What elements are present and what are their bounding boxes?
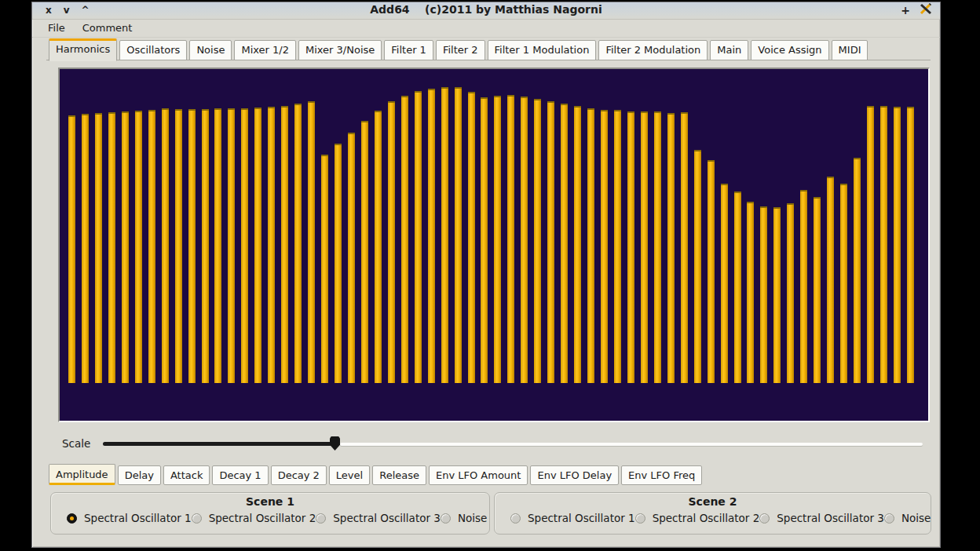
tab-delay[interactable]: Delay <box>118 465 161 485</box>
harmonic-bar-56[interactable] <box>800 190 807 383</box>
tab-level[interactable]: Level <box>329 465 370 485</box>
harmonic-bar-7[interactable] <box>148 110 155 383</box>
tab-attack[interactable]: Attack <box>163 465 210 485</box>
tab-decay-1[interactable]: Decay 1 <box>212 465 268 485</box>
radio-option-scene-2-spectral-oscillator-1[interactable]: Spectral Oscillator 1 <box>510 512 635 524</box>
scale-slider-filled-track[interactable] <box>103 442 334 446</box>
harmonics-chart[interactable] <box>58 68 930 422</box>
harmonic-bar-32[interactable] <box>481 97 488 383</box>
harmonic-bar-49[interactable] <box>708 160 715 383</box>
tab-env-lfo-delay[interactable]: Env LFO Delay <box>530 465 619 485</box>
harmonic-bar-24[interactable] <box>375 111 382 383</box>
radio-option-scene-1-spectral-oscillator-2[interactable]: Spectral Oscillator 2 <box>192 512 316 524</box>
harmonic-bar-58[interactable] <box>827 177 834 383</box>
scale-slider-empty-track[interactable] <box>340 443 923 446</box>
menu-comment[interactable]: Comment <box>82 20 139 36</box>
radio-option-scene-2-spectral-oscillator-3[interactable]: Spectral Oscillator 3 <box>759 512 884 524</box>
harmonic-bar-39[interactable] <box>574 106 581 383</box>
harmonic-bar-25[interactable] <box>388 101 395 383</box>
radio-option-scene-1-spectral-oscillator-3[interactable]: Spectral Oscillator 3 <box>316 512 441 524</box>
harmonic-bar-51[interactable] <box>734 192 741 383</box>
tab-amplitude[interactable]: Amplitude <box>49 464 115 485</box>
harmonic-bar-33[interactable] <box>494 96 501 383</box>
app-icon[interactable] <box>920 3 932 18</box>
tab-harmonics[interactable]: Harmonics <box>49 38 117 61</box>
harmonic-bar-30[interactable] <box>455 87 462 383</box>
harmonic-bar-47[interactable] <box>681 112 688 383</box>
harmonic-bar-59[interactable] <box>840 184 847 383</box>
harmonic-bar-40[interactable] <box>587 108 594 383</box>
maximize-icon[interactable]: + <box>901 4 910 16</box>
title-bar[interactable]: x v ^ Add64 (c)2011 by Matthias Nagorni … <box>32 2 940 20</box>
harmonic-bar-37[interactable] <box>547 101 554 383</box>
harmonic-bar-43[interactable] <box>627 111 634 383</box>
harmonic-bar-38[interactable] <box>561 104 568 383</box>
harmonic-bar-35[interactable] <box>521 97 528 383</box>
harmonic-bar-16[interactable] <box>268 107 275 383</box>
tab-env-lfo-freq[interactable]: Env LFO Freq <box>621 465 702 485</box>
radio-unselected-icon[interactable] <box>441 513 451 524</box>
tab-filter-2-modulation[interactable]: Filter 2 Modulation <box>598 40 708 60</box>
tab-filter-1[interactable]: Filter 1 <box>384 40 433 60</box>
harmonic-bar-42[interactable] <box>614 110 621 383</box>
scale-slider-handle[interactable] <box>330 436 340 451</box>
harmonic-bar-20[interactable] <box>321 155 328 383</box>
harmonic-bar-27[interactable] <box>415 91 422 383</box>
tab-oscillators[interactable]: Oscillators <box>119 40 187 60</box>
harmonic-bar-44[interactable] <box>641 111 648 383</box>
harmonic-bar-14[interactable] <box>241 108 248 383</box>
radio-unselected-icon[interactable] <box>510 513 521 524</box>
tab-midi[interactable]: MIDI <box>832 40 868 60</box>
radio-unselected-icon[interactable] <box>192 513 202 524</box>
tab-mixer-3-noise[interactable]: Mixer 3/Noise <box>298 40 382 60</box>
harmonic-bar-50[interactable] <box>721 184 728 383</box>
radio-unselected-icon[interactable] <box>316 513 326 524</box>
harmonic-bar-63[interactable] <box>894 107 901 383</box>
harmonic-bar-57[interactable] <box>814 197 821 383</box>
harmonic-bar-23[interactable] <box>361 121 368 383</box>
radio-option-scene-2-spectral-oscillator-2[interactable]: Spectral Oscillator 2 <box>635 512 760 524</box>
tab-decay-2[interactable]: Decay 2 <box>271 465 327 485</box>
harmonic-bar-34[interactable] <box>507 95 514 383</box>
harmonic-bar-15[interactable] <box>254 108 261 383</box>
harmonic-bar-21[interactable] <box>335 144 342 383</box>
scale-slider[interactable] <box>103 436 923 451</box>
harmonic-bar-1[interactable] <box>68 115 75 383</box>
harmonic-bar-10[interactable] <box>188 109 196 383</box>
harmonic-bar-19[interactable] <box>308 101 315 383</box>
harmonic-bar-26[interactable] <box>401 96 408 383</box>
harmonic-bar-8[interactable] <box>162 108 169 383</box>
harmonic-bar-54[interactable] <box>773 207 781 383</box>
harmonic-bar-41[interactable] <box>601 110 608 383</box>
tab-voice-assign[interactable]: Voice Assign <box>751 40 828 60</box>
radio-option-scene-1-noise[interactable]: Noise <box>441 512 487 524</box>
harmonic-bar-9[interactable] <box>175 109 182 383</box>
harmonic-bar-2[interactable] <box>82 114 89 383</box>
harmonic-bar-64[interactable] <box>907 107 914 383</box>
harmonic-bar-45[interactable] <box>654 111 661 383</box>
tab-noise[interactable]: Noise <box>189 40 232 60</box>
radio-selected-icon[interactable] <box>67 513 77 524</box>
harmonic-bar-52[interactable] <box>747 202 754 383</box>
menu-file[interactable]: File <box>48 20 71 36</box>
harmonic-bar-55[interactable] <box>787 203 794 383</box>
harmonic-bar-48[interactable] <box>694 150 701 383</box>
harmonic-bar-29[interactable] <box>441 87 448 383</box>
tab-filter-2[interactable]: Filter 2 <box>436 40 485 60</box>
tab-release[interactable]: Release <box>372 465 426 485</box>
radio-unselected-icon[interactable] <box>635 513 645 524</box>
radio-option-scene-2-noise[interactable]: Noise <box>884 512 931 524</box>
harmonic-bar-5[interactable] <box>122 111 129 383</box>
harmonic-bar-60[interactable] <box>854 158 861 383</box>
harmonic-bar-4[interactable] <box>108 112 115 383</box>
tab-mixer-1-2[interactable]: Mixer 1/2 <box>234 40 296 60</box>
tab-filter-1-modulation[interactable]: Filter 1 Modulation <box>488 40 597 60</box>
harmonic-bar-3[interactable] <box>95 113 102 383</box>
harmonic-bar-13[interactable] <box>228 108 235 383</box>
harmonic-bar-12[interactable] <box>214 108 221 383</box>
radio-option-scene-1-spectral-oscillator-1[interactable]: Spectral Oscillator 1 <box>67 512 192 524</box>
harmonic-bar-11[interactable] <box>202 109 209 383</box>
tab-main[interactable]: Main <box>710 40 748 60</box>
harmonic-bar-53[interactable] <box>760 206 767 383</box>
radio-unselected-icon[interactable] <box>759 513 770 524</box>
